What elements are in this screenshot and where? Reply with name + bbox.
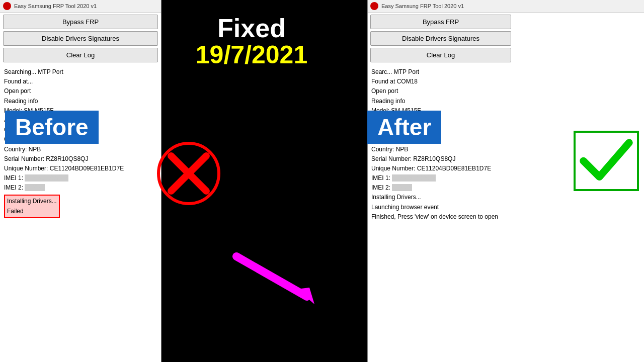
log-line-4: Reading info: [4, 97, 157, 106]
log-line-13: IMEI 2: 012345: [4, 183, 157, 193]
after-label: After: [367, 111, 441, 144]
log-line-15: Failed: [7, 207, 57, 216]
right-title: Easy Samsung FRP Tool 2020 v1: [381, 3, 464, 9]
left-panel: Easy Samsung FRP Tool 2020 v1 Bypass FRP…: [0, 0, 161, 362]
left-title: Easy Samsung FRP Tool 2020 v1: [14, 3, 97, 9]
check-mark-icon: [574, 131, 639, 191]
arrow-icon: [226, 246, 327, 307]
log-line-1: Searching... MTP Port: [4, 67, 157, 77]
log-line-10: Serial Number: RZ8R10QS8QJ: [4, 154, 157, 164]
log-line-2: Found at...: [4, 77, 157, 86]
left-tool-header: Easy Samsung FRP Tool 2020 v1: [0, 0, 161, 13]
date-text: 19/7/2021: [196, 41, 307, 69]
x-mark-icon: [156, 141, 221, 206]
r-log-line-2: Found at COM18: [371, 77, 640, 86]
r-log-line-3: Open port: [371, 86, 640, 96]
right-divider: [367, 0, 368, 362]
left-clear-btn[interactable]: Clear Log: [3, 48, 158, 62]
right-btn-panel: Bypass FRP Disable Drivers Signatures Cl…: [367, 13, 644, 64]
r-log-line-15: Launching browser event: [371, 203, 640, 212]
left-bypass-btn[interactable]: Bypass FRP: [3, 15, 158, 29]
log-highlight-box: Installing Drivers... Failed: [4, 195, 60, 218]
log-line-12: IMEI 1: 0123456789012: [4, 173, 157, 183]
right-drivers-btn[interactable]: Disable Drivers Signatures: [370, 31, 511, 46]
right-bypass-btn[interactable]: Bypass FRP: [370, 15, 511, 29]
right-clear-btn[interactable]: Clear Log: [370, 48, 511, 62]
r-log-line-4: Reading info: [371, 97, 640, 106]
svg-line-3: [236, 256, 307, 297]
r-log-line-16: Finished, Press 'view' on device screen …: [371, 212, 640, 222]
log-line-3: Open port: [4, 86, 157, 96]
before-label: Before: [5, 111, 99, 144]
log-line-11: Unique Number: CE11204BD09E81EB1D7E: [4, 164, 157, 173]
right-tool-icon: [370, 2, 378, 10]
left-tool-icon: [3, 2, 11, 10]
log-line-14: Installing Drivers...: [7, 197, 57, 206]
left-drivers-btn[interactable]: Disable Drivers Signatures: [3, 31, 158, 46]
right-tool-header: Easy Samsung FRP Tool 2020 v1: [367, 0, 644, 13]
fixed-text: Fixed: [196, 15, 307, 41]
r-log-line-1: Searc... MTP Port: [371, 67, 640, 77]
left-btn-panel: Bypass FRP Disable Drivers Signatures Cl…: [0, 13, 161, 64]
log-line-9: Country: NPB: [4, 145, 157, 154]
fixed-banner: Fixed 19/7/2021: [181, 10, 323, 74]
r-log-line-14: Installing Drivers...: [371, 193, 640, 202]
